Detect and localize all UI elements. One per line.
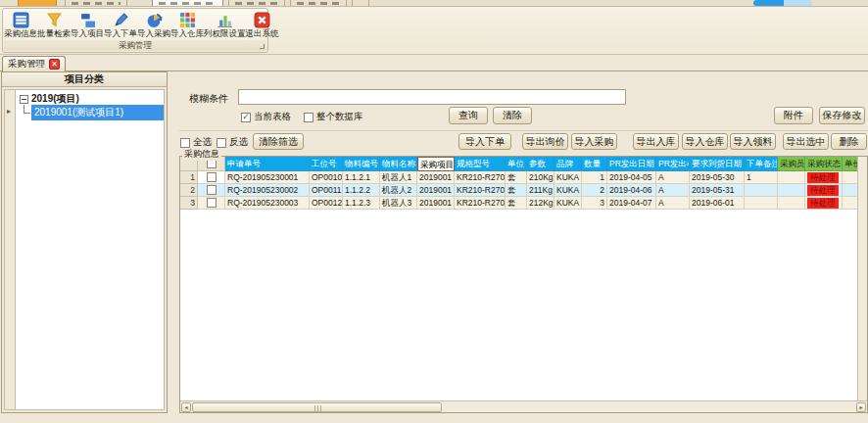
- scrollbar-thumb[interactable]: [192, 402, 442, 412]
- row-checkbox[interactable]: [198, 171, 225, 184]
- cell-param: 210Kg: [527, 171, 555, 184]
- column-header-单位[interactable]: 单位: [506, 157, 527, 171]
- action-button-导入领料[interactable]: 导入领料: [730, 133, 776, 150]
- tab-text-remnant: [72, 2, 121, 5]
- separator: [179, 130, 868, 131]
- clear-button[interactable]: 清除: [493, 107, 532, 124]
- ribbon-button-导入仓库[interactable]: 导入仓库: [170, 10, 204, 42]
- attachment-button[interactable]: 附件: [774, 107, 813, 124]
- checkbox-当前表格[interactable]: ✓当前表格: [241, 111, 291, 123]
- cell-price: [843, 197, 857, 210]
- ribbon-button-导入下单[interactable]: 导入下单: [104, 10, 137, 42]
- document-tab-procurement[interactable]: 采购管理 ✕: [2, 56, 66, 71]
- action-button-导入仓库[interactable]: 导入仓库: [682, 133, 728, 150]
- shapes-icon: [79, 11, 96, 28]
- exit-icon: [254, 11, 270, 28]
- cell-status: 待处理: [805, 171, 843, 184]
- checkbox-icon[interactable]: ✓: [241, 113, 251, 122]
- column-header-物料编号[interactable]: 物料编号: [343, 157, 380, 171]
- ribbon-button-列权限设置[interactable]: 列权限设置: [204, 10, 246, 42]
- checkbox-icon[interactable]: [207, 198, 217, 208]
- dialog-launcher-icon[interactable]: [260, 44, 265, 49]
- row-checkbox[interactable]: [198, 184, 225, 197]
- action-button-导出询价[interactable]: 导出询价: [522, 133, 568, 150]
- ribbon-tab-4[interactable]: [352, 0, 369, 6]
- action-button-导出选中[interactable]: 导出选中: [783, 133, 829, 150]
- column-header-下单备注[interactable]: 下单备注: [745, 157, 778, 171]
- column-header-采购状态[interactable]: 采购状态: [805, 157, 843, 171]
- ribbon: 采购信息批量检索导入项目导入下单导入采购导入仓库列权限设置退出系统 采购管理: [0, 7, 868, 55]
- ribbon-button-导入采购[interactable]: 导入采购: [137, 10, 170, 42]
- tree-node-2019(项目)[interactable]: 2019(项目): [17, 92, 164, 106]
- ribbon-tab-2[interactable]: [228, 0, 285, 6]
- scroll-right-icon[interactable]: ▸: [856, 402, 866, 412]
- cell-order_note: 1: [745, 171, 778, 184]
- tab-text-remnant: [159, 2, 217, 5]
- cell-material_no: 1.1.2.3: [343, 197, 380, 210]
- ribbon-tab-selected[interactable]: [152, 0, 223, 6]
- row-checkbox[interactable]: [198, 197, 225, 210]
- column-header-参数[interactable]: 参数: [527, 157, 555, 171]
- table-row[interactable]: 1RQ-201905230001OP00101.1.2.1机器人12019001…: [180, 171, 857, 184]
- ribbon-button-label: 导入仓库: [170, 28, 204, 39]
- ribbon-button-导入项目[interactable]: 导入项目: [71, 10, 104, 42]
- tree-node-2019001(测试项目1)[interactable]: 2019001(测试项目1): [17, 106, 164, 119]
- column-header-采购员[interactable]: 采购员: [778, 157, 805, 171]
- column-header-数量[interactable]: 数量: [582, 157, 607, 171]
- cell-brand: KUKA: [555, 184, 582, 197]
- ribbon-button-批量检索[interactable]: 批量检索: [37, 10, 71, 42]
- funnel-icon: [46, 11, 63, 28]
- checkbox-icon[interactable]: [304, 113, 313, 122]
- clear-filter-button[interactable]: 清除筛选: [253, 133, 304, 150]
- collapse-icon[interactable]: [20, 95, 28, 104]
- cell-buyer: [778, 171, 805, 184]
- save-changes-button[interactable]: 保存修改: [819, 107, 865, 124]
- query-button[interactable]: 查询: [449, 107, 488, 124]
- ribbon-tab-file[interactable]: [18, 0, 57, 6]
- column-header-规格型号[interactable]: 规格型号: [455, 157, 506, 171]
- ribbon-tab-3[interactable]: [290, 0, 347, 6]
- close-icon[interactable]: ✕: [49, 59, 60, 70]
- ribbon-group-procurement: 采购信息批量检索导入项目导入下单导入采购导入仓库列权限设置退出系统 采购管理: [2, 8, 268, 53]
- table-row[interactable]: 3RQ-201905230003OP00121.1.2.3机器人32019001…: [180, 197, 857, 210]
- column-header-单价[interactable]: 单价: [843, 157, 857, 171]
- ribbon-button-采购信息[interactable]: 采购信息: [4, 10, 37, 42]
- window-control-fragment[interactable]: [753, 0, 812, 6]
- checkbox-整个数据库[interactable]: 整个数据库: [304, 111, 363, 123]
- scroll-left-icon[interactable]: ◂: [181, 402, 191, 412]
- ribbon-tab-strip: [0, 0, 868, 7]
- action-button-导入采购[interactable]: 导入采购: [571, 133, 617, 150]
- column-header-工位号[interactable]: 工位号: [310, 157, 343, 171]
- action-button-导入下单[interactable]: 导入下单: [458, 133, 511, 150]
- checkbox-icon[interactable]: [217, 138, 226, 148]
- status-badge: 待处理: [807, 172, 839, 183]
- cell-pr_date: 2019-04-07: [607, 197, 656, 210]
- cell-req_no: RQ-201905230001: [225, 171, 310, 184]
- ribbon-tab-1[interactable]: [65, 0, 127, 6]
- cell-spec: KR210-R2700: [455, 171, 506, 184]
- column-header-要求到货日期[interactable]: 要求到货日期: [690, 157, 745, 171]
- checkbox-icon[interactable]: [207, 185, 217, 195]
- cell-status: 待处理: [805, 197, 843, 210]
- cell-station_no: OP0010: [310, 171, 343, 184]
- fuzzy-condition-input[interactable]: [238, 89, 626, 105]
- checkbox-icon[interactable]: [207, 172, 217, 182]
- column-header-申请单号[interactable]: 申请单号: [225, 157, 310, 171]
- checkbox-icon[interactable]: [180, 138, 190, 148]
- action-button-导出入库[interactable]: 导出入库: [633, 133, 679, 150]
- ribbon-button-退出系统[interactable]: 退出系统: [246, 10, 279, 42]
- cell-qty: 1: [582, 171, 607, 184]
- vertical-scrollbar[interactable]: [857, 157, 867, 400]
- column-header-PR发出日期[interactable]: PR发出日期: [607, 157, 656, 171]
- action-button-删除[interactable]: 删除: [831, 133, 867, 150]
- column-header-采购项目[interactable]: 采购项目: [417, 157, 455, 171]
- column-header-PR发出者[interactable]: PR发出者: [656, 157, 690, 171]
- column-header-物料名称[interactable]: 物料名称: [380, 157, 417, 171]
- cell-unit: 套: [506, 197, 527, 210]
- cell-price: [843, 171, 857, 184]
- cell-pr_sender: A: [656, 184, 690, 197]
- horizontal-scrollbar[interactable]: ◂ ▸: [180, 400, 867, 412]
- column-header-品牌[interactable]: 品牌: [555, 157, 582, 171]
- table-row[interactable]: 2RQ-201905230002OP00111.1.2.2机器人22019001…: [180, 184, 857, 197]
- checkbox-label: 当前表格: [254, 111, 291, 123]
